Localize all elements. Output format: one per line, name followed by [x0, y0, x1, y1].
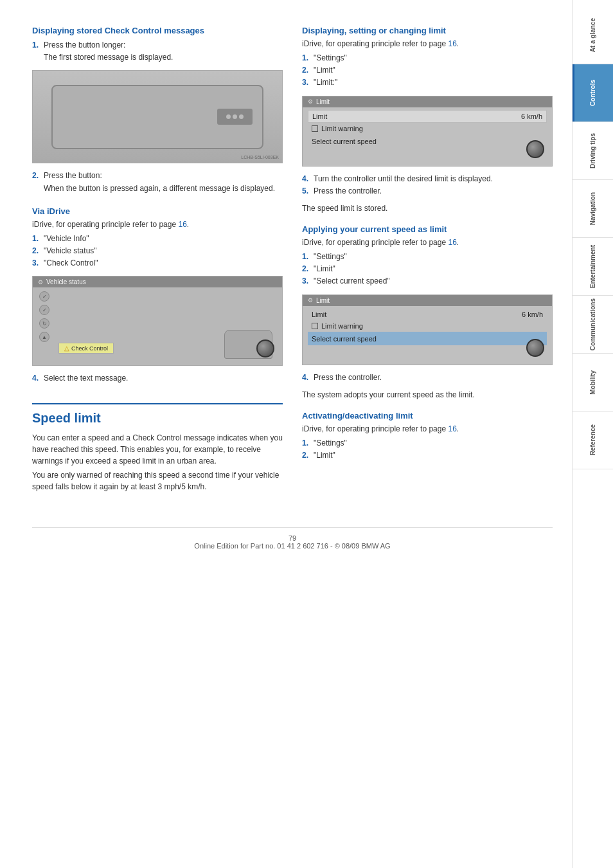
page-link-apply[interactable]: 16	[448, 238, 456, 247]
list-item: 1. "Settings"	[302, 251, 553, 263]
tab-mobility[interactable]: Mobility	[573, 354, 614, 411]
vs-title: Vehicle status	[46, 278, 86, 285]
display-limit-steps: 1. "Settings" 2. "Limit" 3. "Limit:"	[302, 52, 553, 89]
step-number: 1.	[302, 52, 314, 64]
section-apply-speed: Applying your current speed as limit iDr…	[302, 224, 553, 403]
step-number: 1.	[302, 251, 314, 263]
tab-label: At a glance	[589, 18, 596, 52]
check-control-steps: 1. Press the button longer: The first st…	[32, 39, 283, 64]
step-number: 4.	[32, 372, 44, 384]
ui1-menu1-value: 6 km/h	[521, 113, 542, 120]
step-number: 2.	[302, 449, 314, 462]
tab-label: Mobility	[589, 370, 596, 395]
page-number: 79	[289, 534, 296, 542]
speed-limit-section: Speed limit You can enter a speed and a …	[32, 403, 283, 495]
speed-limit-title: Speed limit	[32, 403, 283, 426]
ui1-menu1-label: Limit	[312, 113, 327, 120]
via-idrive-title: Via iDrive	[32, 206, 283, 216]
list-item: 4. Select the text message.	[32, 372, 283, 384]
step-text: "Settings"	[314, 251, 553, 263]
step-text: "Vehicle Info"	[44, 233, 283, 245]
list-item: 2. "Limit"	[302, 263, 553, 275]
step-number: 2.	[32, 245, 44, 257]
list-item: 2. Press the button: When the button is …	[32, 170, 283, 194]
tab-at-a-glance[interactable]: At a glance	[573, 6, 614, 64]
list-item: 2. "Limit"	[302, 64, 553, 77]
step-text: "Limit"	[314, 64, 553, 77]
apply-speed-step4: 4. Press the controller.	[302, 372, 553, 384]
step-text: "Limit:"	[314, 77, 553, 89]
tab-label: Driving tips	[589, 133, 596, 168]
page-link-activate[interactable]: 16	[448, 424, 456, 433]
list-item: 3. "Select current speed"	[302, 275, 553, 287]
ui2-menu1-label: Limit	[312, 311, 326, 318]
page-link[interactable]: 16	[178, 220, 186, 229]
left-column: Displaying stored Check Control messages…	[32, 26, 283, 508]
list-item: 1. "Vehicle Info"	[32, 233, 283, 245]
step-number: 1.	[302, 437, 314, 449]
section-check-control: Displaying stored Check Control messages…	[32, 26, 283, 200]
ui1-menu3-label: Select current speed	[312, 138, 377, 145]
ui2-menu3-label: Select current speed	[312, 335, 377, 343]
tab-navigation[interactable]: Navigation	[573, 180, 614, 238]
list-item: 5. Press the controller.	[302, 185, 553, 197]
tab-label: Entertainment	[589, 245, 596, 288]
step-text: "Select current speed"	[314, 275, 553, 287]
step-number: 2.	[32, 170, 44, 182]
step-number: 3.	[302, 77, 314, 89]
footer-text: Online Edition for Part no. 01 41 2 602 …	[194, 542, 390, 550]
idrive-ref-text: iDrive, for operating principle refer to…	[32, 220, 283, 229]
step-number: 5.	[302, 185, 314, 197]
step-text: "Check Control"	[44, 257, 283, 269]
list-item: 2. "Vehicle status"	[32, 245, 283, 257]
step-text: "Limit"	[314, 263, 553, 275]
step-text: Turn the controller until the desired li…	[314, 173, 553, 185]
tab-reference[interactable]: Reference	[573, 411, 614, 469]
page-link-display[interactable]: 16	[448, 39, 456, 48]
step-text: Select the text message.	[44, 372, 283, 384]
step-number: 3.	[302, 275, 314, 287]
step-number: 2.	[302, 64, 314, 77]
list-item: 1. "Settings"	[302, 437, 553, 449]
step-number: 1.	[32, 233, 44, 245]
via-idrive-step4: 4. Select the text message.	[32, 372, 283, 384]
apply-speed-idrive-ref: iDrive, for operating principle refer to…	[302, 238, 553, 247]
tab-label: Reference	[589, 424, 596, 455]
vehicle-status-screenshot: ⚙ Vehicle status ✓	[32, 276, 283, 366]
section-activate-limit: Activating/deactivating limit iDrive, fo…	[302, 411, 553, 467]
step-number: 1.	[32, 39, 44, 51]
check-control-steps-2: 2. Press the button: When the button is …	[32, 170, 283, 194]
ui1-title: Limit	[316, 98, 330, 105]
list-item: 1. Press the button longer: The first st…	[32, 39, 283, 64]
section-check-control-title: Displaying stored Check Control messages	[32, 26, 283, 35]
sidebar-tabs: At a glance Controls Driving tips Naviga…	[572, 0, 613, 868]
section-via-idrive: Via iDrive iDrive, for operating princip…	[32, 206, 283, 390]
step-text: Press the controller.	[314, 185, 553, 197]
step-text: Press the controller.	[314, 372, 553, 384]
activate-limit-steps: 1. "Settings" 2. "Limit"	[302, 437, 553, 462]
speed-limit-body1: You can enter a speed and a Check Contro…	[32, 432, 283, 467]
section-display-limit: Displaying, setting or changing limit iD…	[302, 26, 553, 217]
tab-controls[interactable]: Controls	[573, 64, 614, 122]
tab-communications[interactable]: Communications	[573, 296, 614, 354]
step-number: 4.	[302, 372, 314, 384]
list-item: 2. "Limit"	[302, 449, 553, 462]
step-text: "Settings"	[314, 52, 553, 64]
display-limit-idrive-ref: iDrive, for operating principle refer to…	[302, 39, 553, 48]
step-text: "Vehicle status"	[44, 245, 283, 257]
step-text: "Settings"	[314, 437, 553, 449]
tab-label: Communications	[589, 298, 596, 350]
check-control-badge: Check Control	[71, 345, 108, 352]
tab-driving-tips[interactable]: Driving tips	[573, 122, 614, 180]
ui2-menu1-value: 6 km/h	[522, 311, 543, 318]
display-limit-steps-4-5: 4. Turn the controller until the desired…	[302, 173, 553, 197]
page-footer: 79 Online Edition for Part no. 01 41 2 6…	[32, 527, 553, 550]
tab-entertainment[interactable]: Entertainment	[573, 238, 614, 296]
list-item: 3. "Limit:"	[302, 77, 553, 89]
list-item: 4. Press the controller.	[302, 372, 553, 384]
activate-limit-idrive-ref: iDrive, for operating principle refer to…	[302, 424, 553, 433]
right-column: Displaying, setting or changing limit iD…	[302, 26, 553, 508]
ui2-menu2-label: Limit warning	[321, 322, 363, 330]
tab-label: Controls	[589, 80, 596, 106]
display-limit-title: Displaying, setting or changing limit	[302, 26, 553, 35]
